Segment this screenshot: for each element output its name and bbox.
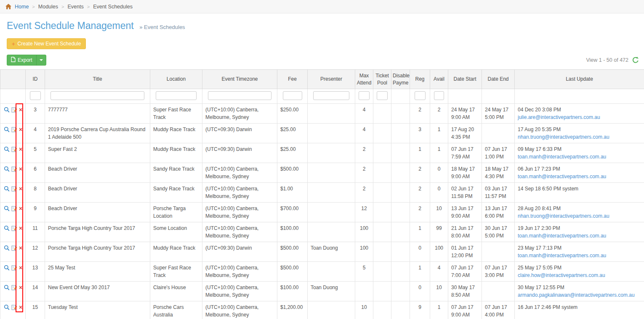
last-update-email-link[interactable]: toan.manh@interactivepartners.com.au — [518, 173, 606, 180]
cell-last-update: 28 Aug 20 8:41 PMnhan.truong@interactive… — [515, 203, 644, 222]
cell-date_end: 13 Jun 176:00 PM — [482, 203, 515, 222]
edit-icon[interactable] — [11, 106, 17, 113]
column-header-disable_payment[interactable]: Disable Payme — [391, 70, 410, 89]
last-update-email-link[interactable]: armando.pagkalinawan@interactivepartners… — [518, 291, 635, 299]
delete-icon[interactable]: × — [19, 264, 22, 271]
filter-input-ticket_pool[interactable] — [377, 91, 388, 100]
view-icon[interactable] — [4, 264, 10, 271]
cell-max_attend: 10 — [355, 301, 373, 319]
filter-input-reg[interactable] — [415, 91, 426, 100]
cell-timezone: (UTC+09:30) Darwin — [202, 124, 277, 143]
last-update-email-link[interactable]: toan.manh@interactivepartners.com.au — [518, 252, 606, 259]
cell-fee: $500.00 — [277, 262, 308, 282]
cell-date_end: 24 May 175:00 PM — [482, 104, 515, 124]
edit-icon[interactable] — [11, 284, 17, 290]
filter-input-title[interactable] — [51, 91, 144, 100]
view-icon[interactable] — [4, 245, 10, 251]
cell-reg: 2 — [410, 203, 430, 222]
cell-presenter — [308, 183, 355, 203]
cell-title: Super Fast 2 — [45, 143, 150, 163]
delete-icon[interactable]: × — [19, 146, 22, 152]
edit-icon[interactable] — [11, 126, 17, 132]
column-header-ticket_pool[interactable]: Ticket Pool — [373, 70, 391, 89]
edit-icon[interactable] — [11, 185, 17, 192]
last-update-email-link[interactable]: julie.are@interactivepartners.com.au — [518, 113, 600, 121]
table-row: ×1325 May TestSuper Fast Race Track(UTC+… — [0, 262, 644, 282]
last-update-email-link[interactable]: toan.manh@interactivepartners.com.au — [518, 232, 606, 240]
view-icon[interactable] — [4, 185, 10, 192]
date_start-line: 07 Jun 17 — [451, 303, 479, 311]
page-title: Event Schedule Management — [7, 20, 134, 31]
cell-reg: 3 — [410, 124, 430, 143]
edit-icon[interactable] — [11, 205, 17, 211]
column-header-reg[interactable]: Reg — [410, 70, 430, 89]
column-header-id[interactable]: ID — [26, 70, 45, 89]
edit-icon[interactable] — [11, 245, 17, 251]
filter-input-max_attend[interactable] — [359, 91, 370, 100]
edit-icon[interactable] — [11, 304, 17, 310]
delete-icon[interactable]: × — [19, 245, 22, 251]
cell-max_attend: 4 — [355, 124, 373, 143]
filter-cell-id — [26, 89, 45, 104]
delete-icon[interactable]: × — [19, 126, 22, 132]
create-event-schedule-button[interactable]: + Create New Event Schedule — [7, 38, 86, 49]
delete-icon[interactable]: × — [19, 185, 22, 192]
delete-icon[interactable]: × — [19, 304, 22, 310]
last-update-email-link[interactable]: claire.how@interactivepartners.com.au — [518, 272, 605, 279]
column-header-date_start[interactable]: Date Start — [448, 70, 482, 89]
cell-ticket_pool — [373, 203, 391, 222]
delete-icon[interactable]: × — [19, 225, 22, 231]
cell-date_start: 24 May 179:00 AM — [448, 104, 482, 124]
column-header-timezone[interactable]: Event Timezone — [202, 70, 277, 89]
row-actions: × — [3, 145, 22, 152]
export-dropdown-toggle[interactable] — [36, 55, 46, 65]
column-header-max_attend[interactable]: Max Attend — [355, 70, 373, 89]
pager-info: View 1 - 50 of 472 — [586, 57, 639, 63]
breadcrumb-item-events[interactable]: Events — [67, 4, 83, 10]
filter-input-timezone[interactable] — [208, 91, 271, 100]
column-header-fee[interactable]: Fee — [277, 70, 308, 89]
view-icon[interactable] — [4, 146, 10, 152]
edit-icon[interactable] — [11, 225, 17, 231]
edit-icon[interactable] — [11, 264, 17, 271]
delete-icon[interactable]: × — [19, 205, 22, 211]
last-update-email-link[interactable]: nhan.truong@interactivepartners.com.au — [518, 133, 609, 141]
column-header-presenter[interactable]: Presenter — [308, 70, 355, 89]
last-update-email-link[interactable]: toan.manh@interactivepartners.com.au — [518, 153, 606, 161]
column-header-title[interactable]: Title — [45, 70, 150, 89]
edit-icon[interactable] — [11, 166, 17, 172]
delete-icon[interactable]: × — [19, 284, 22, 290]
cell-disable_payment — [391, 124, 410, 143]
delete-icon[interactable]: × — [19, 106, 22, 113]
column-header-location[interactable]: Location — [150, 70, 202, 89]
row-actions: × — [3, 165, 22, 172]
view-icon[interactable] — [4, 166, 10, 172]
delete-icon[interactable]: × — [19, 166, 22, 172]
filter-input-avail[interactable] — [434, 91, 444, 100]
view-icon[interactable] — [4, 225, 10, 231]
column-header-date_end[interactable]: Date End — [482, 70, 515, 89]
table-row: ×9Beach DriverPorsche Targa Location(UTC… — [0, 203, 644, 222]
filter-input-fee[interactable] — [283, 91, 302, 100]
column-header-avail[interactable]: Avail — [430, 70, 448, 89]
breadcrumb-home-link[interactable]: Home — [15, 4, 29, 10]
refresh-icon[interactable] — [632, 57, 639, 63]
column-header-last_update[interactable]: Last Update — [515, 70, 644, 89]
cell-date_start: 18 May 179:00 AM — [448, 163, 482, 183]
view-icon[interactable] — [4, 126, 10, 132]
edit-icon[interactable] — [11, 146, 17, 152]
export-button[interactable]: Export — [7, 55, 36, 65]
cell-id: 12 — [26, 242, 45, 262]
last-update-email-link[interactable]: nhan.truong@interactivepartners.com.au — [518, 212, 609, 220]
cell-title: Porsche Targa High Country Tour 2017 — [45, 242, 150, 262]
breadcrumb-item-modules[interactable]: Modules — [38, 4, 58, 10]
view-icon[interactable] — [4, 205, 10, 211]
view-icon[interactable] — [4, 304, 10, 310]
filter-input-id[interactable] — [30, 91, 41, 100]
filter-input-location[interactable] — [156, 91, 197, 100]
cell-ticket_pool — [373, 242, 391, 262]
filter-input-presenter[interactable] — [313, 91, 349, 100]
view-icon[interactable] — [4, 106, 10, 113]
view-icon[interactable] — [4, 284, 10, 290]
grid-header-row: IDTitleLocationEvent TimezoneFeePresente… — [0, 70, 644, 89]
